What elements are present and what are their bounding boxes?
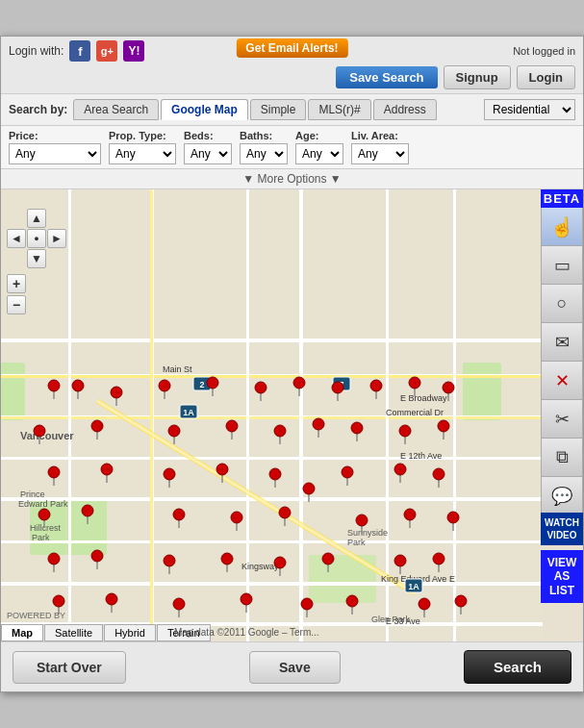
svg-point-85 xyxy=(443,382,454,393)
svg-point-157 xyxy=(106,593,117,605)
map-nav-box: ▲ ◄ ● ► ▼ xyxy=(7,209,66,268)
age-select[interactable]: Any xyxy=(295,143,343,164)
beds-filter: Beds: Any 1+ 2+ 3+ xyxy=(184,130,232,164)
tool-pointer[interactable]: ☝ xyxy=(541,208,583,246)
baths-select[interactable]: Any 1+ 2+ xyxy=(240,143,288,164)
zoom-in-button[interactable]: + xyxy=(7,274,26,293)
svg-point-115 xyxy=(303,483,315,494)
age-label: Age: xyxy=(295,130,343,141)
svg-point-109 xyxy=(164,468,175,480)
svg-point-95 xyxy=(274,425,286,437)
tool-chat[interactable]: 💬 xyxy=(541,477,583,515)
map-container[interactable]: Main St E Broadway E 12th Ave Commercial… xyxy=(1,189,583,641)
svg-point-165 xyxy=(346,595,358,607)
svg-point-93 xyxy=(226,420,238,432)
svg-point-159 xyxy=(173,598,185,610)
svg-point-77 xyxy=(293,377,305,389)
svg-point-155 xyxy=(53,595,64,607)
tool-close[interactable]: ✕ xyxy=(541,362,583,400)
svg-rect-27 xyxy=(150,189,153,641)
svg-point-111 xyxy=(216,464,228,475)
svg-text:Edward Park: Edward Park xyxy=(18,499,68,509)
signup-button[interactable]: Signup xyxy=(444,65,511,89)
tool-scissors[interactable]: ✂ xyxy=(541,400,583,439)
map-tools-panel: BETA ☝ ▭ ○ ✉ ✕ ✂ ⧉ 💬 xyxy=(541,189,583,515)
map-type-map[interactable]: Map xyxy=(1,624,43,641)
svg-text:Park: Park xyxy=(347,538,366,547)
svg-point-149 xyxy=(322,553,334,565)
login-button[interactable]: Login xyxy=(517,65,575,89)
beds-select[interactable]: Any 1+ 2+ 3+ xyxy=(184,143,232,164)
tab-mls[interactable]: MLS(r)# xyxy=(308,99,370,120)
view-as-list-button[interactable]: VIEW AS LIST xyxy=(541,550,583,603)
tab-group: Area Search Google Map Simple MLS(r)# Ad… xyxy=(73,99,478,120)
save-search-button[interactable]: Save Search xyxy=(336,66,437,88)
start-over-button[interactable]: Start Over xyxy=(13,651,126,684)
svg-rect-14 xyxy=(1,540,543,543)
map-attribution: Map data ©2011 Google – Term... xyxy=(174,627,319,638)
bottom-bar: Start Over Save Search xyxy=(1,641,583,691)
svg-point-71 xyxy=(159,380,170,391)
baths-label: Baths: xyxy=(240,130,288,141)
svg-point-117 xyxy=(342,466,353,478)
zoom-out-button[interactable]: − xyxy=(7,295,26,314)
svg-text:1A: 1A xyxy=(408,582,419,591)
svg-rect-23 xyxy=(299,189,303,641)
svg-point-133 xyxy=(356,515,368,526)
more-options-bar[interactable]: ▼ More Options ▼ xyxy=(1,169,583,189)
tab-address[interactable]: Address xyxy=(373,99,437,120)
svg-text:E 12th Ave: E 12th Ave xyxy=(400,451,442,461)
svg-point-65 xyxy=(48,380,60,391)
svg-point-89 xyxy=(91,420,103,432)
property-type-select[interactable]: Residential Commercial Condo xyxy=(484,99,575,120)
email-alert-button[interactable]: Get Email Alerts! xyxy=(236,38,347,58)
age-filter: Age: Any xyxy=(295,130,343,164)
svg-point-119 xyxy=(394,464,406,475)
tab-simple[interactable]: Simple xyxy=(250,99,307,120)
svg-point-103 xyxy=(438,420,449,432)
facebook-icon[interactable]: f xyxy=(69,40,90,62)
liv-area-select[interactable]: Any xyxy=(351,143,409,164)
login-status: Not logged in xyxy=(513,45,575,57)
tool-layers[interactable]: ⧉ xyxy=(541,439,583,477)
svg-point-129 xyxy=(231,512,242,523)
svg-text:Glen Park: Glen Park xyxy=(371,615,411,624)
svg-point-75 xyxy=(255,382,267,393)
nav-center-button[interactable]: ● xyxy=(27,229,46,248)
google-plus-icon[interactable]: g+ xyxy=(96,40,117,62)
search-button[interactable]: Search xyxy=(464,650,571,684)
yahoo-icon[interactable]: Y! xyxy=(123,40,144,62)
nav-left-button[interactable]: ◄ xyxy=(7,229,26,248)
nav-up-button[interactable]: ▲ xyxy=(27,209,46,228)
tool-email[interactable]: ✉ xyxy=(541,323,583,362)
svg-rect-25 xyxy=(68,189,71,641)
map-type-hybrid[interactable]: Hybrid xyxy=(104,624,156,641)
svg-rect-9 xyxy=(1,363,25,420)
svg-point-101 xyxy=(399,425,411,437)
prop-type-select[interactable]: Any xyxy=(109,143,176,164)
nav-down-button[interactable]: ▼ xyxy=(27,249,46,268)
tool-circle[interactable]: ○ xyxy=(541,285,583,323)
svg-rect-18 xyxy=(1,339,543,342)
nav-right-button[interactable]: ► xyxy=(47,229,66,248)
tab-area-search[interactable]: Area Search xyxy=(73,99,159,120)
svg-rect-13 xyxy=(1,497,543,501)
tab-google-map[interactable]: Google Map xyxy=(161,99,248,120)
price-select[interactable]: Any Under $200k $200k-$400k $400k+ xyxy=(9,143,101,164)
nav-empty-tr xyxy=(47,209,66,228)
svg-point-161 xyxy=(241,593,252,605)
svg-point-151 xyxy=(394,555,406,566)
svg-rect-8 xyxy=(463,363,501,420)
prop-type-label: Prop. Type: xyxy=(109,130,176,141)
powered-by-label: POWERED BY xyxy=(7,611,65,620)
filter-row: Price: Any Under $200k $200k-$400k $400k… xyxy=(1,126,583,169)
svg-point-143 xyxy=(164,555,175,566)
tool-rectangle[interactable]: ▭ xyxy=(541,246,583,285)
watch-video-button[interactable]: WATCH VIDEO xyxy=(541,513,583,545)
svg-text:Hillcrest: Hillcrest xyxy=(30,523,62,533)
map-type-satellite[interactable]: Satellite xyxy=(44,624,103,641)
svg-point-107 xyxy=(101,464,113,475)
svg-rect-20 xyxy=(1,416,543,419)
svg-point-125 xyxy=(82,505,93,516)
save-button[interactable]: Save xyxy=(249,651,341,684)
